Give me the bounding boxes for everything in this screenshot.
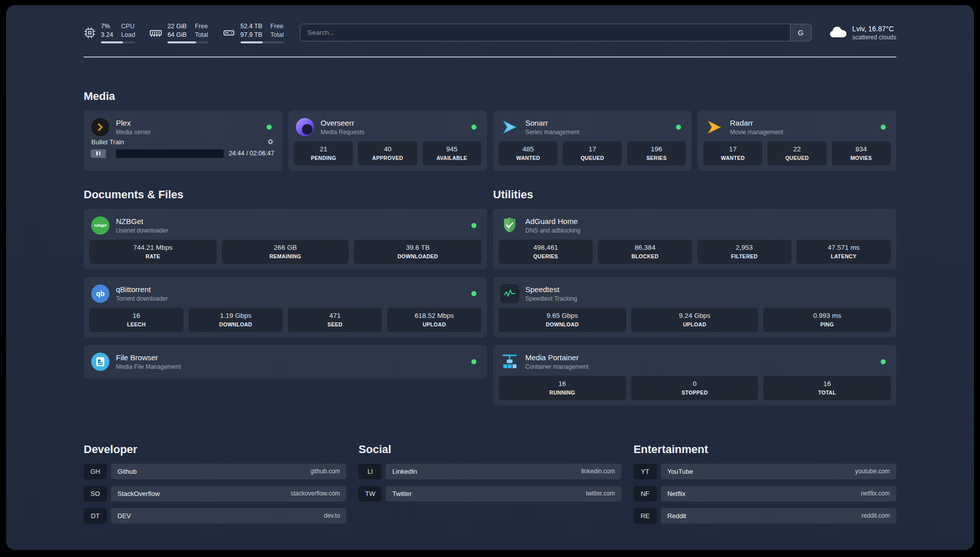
search-input[interactable] <box>300 24 790 41</box>
status-dot <box>267 125 272 130</box>
service-subtitle: Torrent downloader <box>116 295 168 302</box>
bookmark-name: LinkedIn <box>392 468 417 475</box>
system-metrics: 7% CPU 3.24 Load <box>84 22 284 43</box>
service-card-nzbget: nzbget NZBGet Usenet downloader 744.21 M… <box>84 209 487 269</box>
service-card-sonarr: Sonarr Series management 485 WANTED 17 Q… <box>493 110 692 171</box>
status-dot <box>471 359 476 364</box>
bookmark-abbr: YT <box>634 464 657 479</box>
stat-queries: 498,461 QUERIES <box>499 240 593 264</box>
service-card-speedtest: Speedtest Speedtest Tracking 9.65 Gbps D… <box>493 277 896 338</box>
stat-blocked: 86,384 BLOCKED <box>598 240 692 264</box>
overseerr-icon <box>295 118 315 137</box>
cpu-usage-value: 7% <box>101 22 113 31</box>
stat-wanted: 485 WANTED <box>499 141 558 165</box>
cpu-label: CPU <box>121 22 135 31</box>
bookmark-abbr: DT <box>84 508 107 524</box>
service-link-filebrowser[interactable]: File Browser Media File Management <box>89 351 481 373</box>
cpu-load-label: Load <box>121 31 135 39</box>
service-link-adguard[interactable]: AdGuard Home DNS and adblocking <box>499 214 891 240</box>
search-bar: G <box>300 24 812 41</box>
cpu-icon <box>84 27 96 39</box>
bookmark-netflix[interactable]: NF Netflix netflix.com <box>634 486 896 502</box>
service-link-plex[interactable]: Plex Media server <box>89 116 277 138</box>
bookmark-url: youtube.com <box>855 468 890 475</box>
memory-icon <box>149 26 162 39</box>
stat-stopped: 0 STOPPED <box>631 376 759 400</box>
disk-total-label: Total <box>270 31 283 39</box>
memory-free-value: 22 GiB <box>167 22 187 31</box>
service-name: Speedtest <box>525 285 577 294</box>
stat-leech: 16 LEECH <box>89 308 183 332</box>
cpu-bar <box>101 41 135 43</box>
service-name: Sonarr <box>525 119 579 127</box>
bookmark-url: reddit.com <box>862 512 890 519</box>
topbar: 7% CPU 3.24 Load <box>84 22 896 43</box>
playback-progress-bar[interactable] <box>91 149 224 158</box>
stat-running: 16 RUNNING <box>499 376 626 400</box>
stat-series: 196 SERIES <box>627 141 686 165</box>
service-link-radarr[interactable]: Radarr Movie management <box>703 116 891 141</box>
stat-downloaded: 39.6 TB DOWNLOADED <box>354 240 481 264</box>
status-dot <box>471 291 476 296</box>
service-card-plex: Plex Media server Bullet Train <box>84 110 282 171</box>
bookmark-abbr: NF <box>634 486 657 502</box>
section-utilities: Utilities <box>493 188 896 406</box>
section-entertainment: Entertainment YT YouTube youtube.com NF … <box>634 443 896 530</box>
service-name: Plex <box>116 119 151 127</box>
service-subtitle: DNS and adblocking <box>525 227 580 234</box>
service-subtitle: Media Requests <box>321 129 364 136</box>
dashboard-panel: 7% CPU 3.24 Load <box>6 5 974 550</box>
section-title-media: Media <box>84 90 896 103</box>
service-subtitle: Series management <box>525 129 579 136</box>
memory-total-label: Total <box>195 31 208 39</box>
bookmark-github[interactable]: GH Github github.com <box>84 464 346 479</box>
service-name: Radarr <box>730 119 783 127</box>
stat-pending: 21 PENDING <box>294 141 353 165</box>
stat-available: 945 AVAILABLE <box>422 141 481 165</box>
search-provider-button[interactable]: G <box>790 24 811 41</box>
service-name: Media Portainer <box>525 353 588 362</box>
stat-upload: 9.24 Gbps UPLOAD <box>631 308 759 332</box>
service-card-overseerr: Overseerr Media Requests 21 PENDING 40 A… <box>288 110 487 171</box>
service-link-sonarr[interactable]: Sonarr Series management <box>499 116 686 141</box>
service-card-portainer: Media Portainer Container management 16 … <box>493 345 896 406</box>
service-link-speedtest[interactable]: Speedtest Speedtest Tracking <box>499 283 891 308</box>
bookmark-url: github.com <box>311 468 340 475</box>
stat-total: 16 TOTAL <box>763 376 891 400</box>
bookmark-abbr: GH <box>84 464 107 479</box>
cpu-widget: 7% CPU 3.24 Load <box>84 22 135 43</box>
bookmark-url: netflix.com <box>861 490 890 497</box>
bookmark-name: Github <box>117 468 137 475</box>
filebrowser-icon <box>91 352 110 371</box>
bookmark-abbr: LI <box>358 464 382 479</box>
stat-download: 1.19 Gbps DOWNLOAD <box>189 308 283 332</box>
service-link-nzbget[interactable]: nzbget NZBGet Usenet downloader <box>89 214 481 240</box>
section-title-developer: Developer <box>84 443 346 456</box>
bookmark-name: Twitter <box>392 490 411 497</box>
settings-gear-icon[interactable] <box>267 138 274 146</box>
bookmark-twitter[interactable]: TW Twitter twitter.com <box>358 486 621 502</box>
bookmark-reddit[interactable]: RE Reddit reddit.com <box>634 508 896 524</box>
stat-ping: 0.993 ms PING <box>763 308 891 332</box>
stat-remaining: 266 GB REMAINING <box>222 240 349 264</box>
service-subtitle: Media server <box>116 129 151 136</box>
stat-seed: 471 SEED <box>288 308 382 332</box>
weather-location: Lviv, 16.87°C <box>852 25 896 33</box>
bookmark-linkedin[interactable]: LI LinkedIn linkedin.com <box>358 464 621 479</box>
service-link-qbittorrent[interactable]: qb qBittorrent Torrent downloader <box>89 283 481 308</box>
service-card-qbittorrent: qb qBittorrent Torrent downloader 16 <box>84 277 487 338</box>
bookmark-youtube[interactable]: YT YouTube youtube.com <box>634 464 896 479</box>
service-link-portainer[interactable]: Media Portainer Container management <box>499 351 891 376</box>
service-card-filebrowser: File Browser Media File Management <box>84 345 487 378</box>
stat-download: 9.65 Gbps DOWNLOAD <box>499 308 626 332</box>
disk-total-value: 97.9 TB <box>240 31 263 39</box>
memory-total-value: 64 GiB <box>167 31 187 39</box>
adguard-icon <box>500 216 519 235</box>
pause-button[interactable] <box>91 149 106 158</box>
service-link-overseerr[interactable]: Overseerr Media Requests <box>294 116 481 141</box>
bookmark-stackoverflow[interactable]: SO StackOverflow stackoverflow.com <box>84 486 346 502</box>
bookmark-dev[interactable]: DT DEV dev.to <box>84 508 346 524</box>
bookmark-url: stackoverflow.com <box>290 490 340 497</box>
stat-filtered: 2,953 FILTERED <box>697 240 791 264</box>
bookmark-abbr: SO <box>84 486 107 502</box>
